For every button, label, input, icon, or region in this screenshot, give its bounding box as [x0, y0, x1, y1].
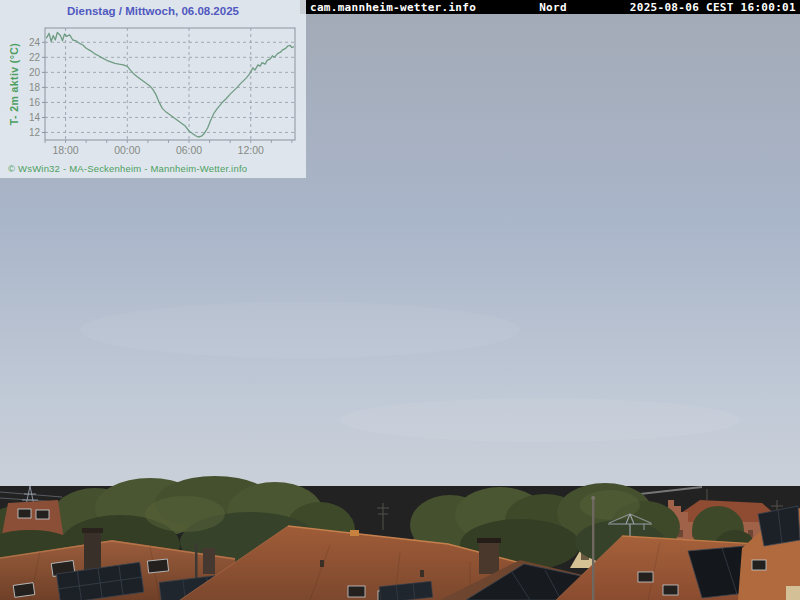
- x-tick-label: 18:00: [52, 144, 78, 156]
- tv-antenna-left: [377, 503, 389, 530]
- y-tick-label: 14: [29, 112, 41, 123]
- x-tick-label: 06:00: [176, 144, 202, 156]
- y-tick-label: 22: [29, 52, 41, 63]
- x-tick-label: 00:00: [114, 144, 140, 156]
- x-tick-label: 12:00: [238, 144, 264, 156]
- temperature-chart-panel: Dienstag / Mittwoch, 06.08.2025 12141618…: [0, 0, 306, 178]
- webcam-page: cam.mannheim-wetter.info Nord 2025-08-06…: [0, 0, 800, 600]
- roof-window: [18, 509, 31, 518]
- chimney: [203, 548, 215, 574]
- camera-site-label: cam.mannheim-wetter.info: [310, 1, 476, 14]
- temperature-chart-svg: 1214161820222418:0000:0006:0012:00: [0, 0, 306, 160]
- temperature-line: [47, 33, 294, 138]
- y-tick-label: 20: [29, 67, 41, 78]
- roof-window: [752, 560, 766, 570]
- y-tick-label: 24: [29, 37, 41, 48]
- y-tick-label: 12: [29, 127, 41, 138]
- chimney: [479, 540, 499, 574]
- camera-direction-label: Nord: [539, 1, 567, 14]
- roof-window: [36, 510, 49, 519]
- y-tick-label: 18: [29, 82, 41, 93]
- chimney: [84, 530, 101, 570]
- chart-credit-line: © WsWin32 - MA-Seckenheim - Mannheim-Wet…: [8, 163, 247, 174]
- chart-y-axis-label: T- 2m aktiv (°C): [8, 9, 20, 159]
- info-bar: cam.mannheim-wetter.info Nord 2025-08-06…: [300, 0, 800, 14]
- contrail: [640, 487, 702, 494]
- y-tick-label: 16: [29, 97, 41, 108]
- orange-skylight: [350, 530, 359, 536]
- timestamp-label: 2025-08-06 CEST 16:00:01: [630, 1, 796, 14]
